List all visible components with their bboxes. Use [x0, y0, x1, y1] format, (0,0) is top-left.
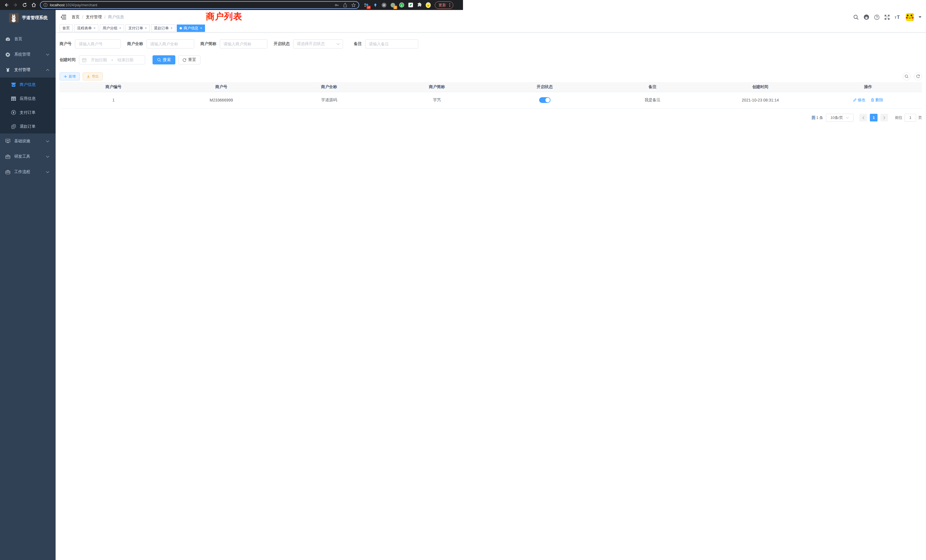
back-icon[interactable]: [2, 1, 10, 9]
sidebar-item-infrastructure[interactable]: 基础设施: [0, 133, 56, 149]
site-info-icon[interactable]: [43, 3, 48, 7]
bookmark-star-icon[interactable]: [351, 3, 356, 8]
extensions-puzzle-icon[interactable]: [417, 3, 422, 8]
filter-merchant-no: 商户号: [60, 39, 121, 48]
dashboard-icon: [5, 37, 10, 41]
filter-form-row-2: 创建时间 - 搜索 重置: [60, 55, 463, 64]
y-extension-icon[interactable]: y: [399, 3, 404, 8]
notes-extension-icon[interactable]: [408, 3, 413, 8]
home-icon[interactable]: [30, 1, 38, 9]
main-area: 商户列表 首页 / 支付管理 / 商户信息 TT: [56, 10, 463, 280]
close-icon[interactable]: ×: [119, 27, 121, 30]
add-button[interactable]: 新增: [60, 73, 80, 80]
yen-icon: ¥: [5, 67, 10, 73]
sidebar-item-workflow[interactable]: 工作流程: [0, 164, 56, 180]
filter-form-row-1: 商户号 商户全称 商户简称 开启状态 请选择开启状态: [60, 39, 463, 48]
reload-icon[interactable]: [21, 1, 29, 9]
tab-label: 商户信息: [184, 26, 198, 31]
command-extension-icon[interactable]: ⌘: [381, 3, 387, 8]
chevron-up-icon: [46, 69, 49, 71]
field-label: 商户号: [60, 41, 71, 47]
table-row: 1 M233666999 芋道源码 芋艿 我是备注 2021-10-23 08:…: [60, 92, 463, 108]
documents-icon: [11, 124, 16, 129]
sidebar-item-label: 研发工具: [14, 154, 46, 159]
column-header: 商户全称: [275, 82, 383, 92]
export-button[interactable]: 导出: [83, 73, 103, 80]
sidebar-item-payment[interactable]: ¥ 支付管理: [0, 62, 56, 77]
sidebar-item-label: 应用信息: [20, 96, 56, 101]
chevron-down-icon: [46, 156, 49, 158]
merchant-no-input[interactable]: [75, 39, 121, 48]
chrome-menu-icon[interactable]: [449, 3, 450, 7]
field-label: 商户全称: [127, 41, 143, 47]
plus-icon: [64, 75, 67, 78]
password-key-icon[interactable]: [334, 3, 339, 8]
grid-icon: [11, 97, 16, 101]
tab-refund-orders[interactable]: 退款订单×: [151, 24, 176, 32]
sidebar-fold-icon[interactable]: [60, 14, 67, 21]
url-bar[interactable]: localhost:1024/pay/merchant: [40, 1, 359, 9]
tab-merchant-info[interactable]: 商户信息×: [177, 24, 205, 32]
extensions-area: 10 ⌘ 1 y: [364, 3, 431, 8]
short-name-input[interactable]: [220, 39, 268, 48]
emoji-avatar-icon[interactable]: [426, 3, 431, 8]
close-icon[interactable]: ×: [145, 27, 147, 30]
page-header: 首页 / 支付管理 / 商户信息 TT: [56, 10, 463, 24]
sidebar-item-payment-orders[interactable]: 支付订单: [0, 106, 56, 120]
export-button-label: 导出: [92, 74, 98, 79]
reset-button[interactable]: 重置: [178, 55, 200, 64]
sidebar-logo[interactable]: 芋道管理系统: [0, 10, 56, 26]
add-button-label: 新增: [69, 74, 76, 79]
tab-label: 支付订单: [128, 26, 143, 31]
url-text[interactable]: localhost:1024/pay/merchant: [50, 3, 332, 7]
sidebar-item-home[interactable]: 首页: [0, 31, 56, 47]
tab-home[interactable]: 首页: [60, 24, 73, 32]
tab-label: 退款订单: [154, 26, 169, 31]
chrome-update-button[interactable]: 更新: [435, 2, 453, 9]
full-name-input[interactable]: [147, 39, 194, 48]
column-header: 商户简称: [383, 82, 463, 92]
filter-short-name: 商户简称: [200, 39, 268, 48]
breadcrumb-payment[interactable]: 支付管理: [86, 15, 102, 20]
tab-payment-orders[interactable]: 支付订单×: [126, 24, 150, 32]
close-icon[interactable]: ×: [200, 27, 202, 30]
page-content: 商户号 商户全称 商户简称 开启状态 请选择开启状态: [56, 39, 463, 122]
breadcrumb-home[interactable]: 首页: [71, 15, 80, 20]
gem-extension-icon[interactable]: [373, 3, 378, 8]
breadcrumb: 首页 / 支付管理 / 商户信息: [71, 15, 124, 20]
tab-user-group[interactable]: 用户分组×: [100, 24, 124, 32]
cell-merchant-id: 1: [60, 92, 167, 108]
tab-manager-extension-icon[interactable]: 10: [364, 3, 369, 8]
sidebar-item-app-info[interactable]: 应用信息: [0, 92, 56, 106]
download-icon: [87, 75, 90, 78]
annotation-merchant-list: 商户列表: [206, 11, 242, 23]
tags-view: 首页 流程表单× 用户分组× 支付订单× 退款订单× 商户信息×: [56, 24, 463, 32]
sidebar-item-merchant-info[interactable]: 商户信息: [0, 77, 56, 92]
chevron-down-icon: [46, 171, 49, 173]
tab-process-form[interactable]: 流程表单×: [74, 24, 98, 32]
sidebar-item-dev-tools[interactable]: 研发工具: [0, 149, 56, 164]
sidebar: 芋道管理系统 首页 系统管理 ¥ 支付管理: [0, 10, 56, 280]
close-icon[interactable]: ×: [94, 27, 95, 30]
sidebar-item-system[interactable]: 系统管理: [0, 47, 56, 62]
status-select[interactable]: 请选择开启状态: [293, 39, 343, 48]
search-button-label: 搜索: [163, 57, 171, 62]
table-header-row: 商户编号 商户号 商户全称 商户简称 开启状态 备注 创建时间 操作: [60, 82, 463, 92]
sidebar-item-refund-orders[interactable]: 退款订单: [0, 120, 56, 133]
sidebar-item-label: 基础设施: [14, 139, 46, 144]
cell-merchant-no: M233666999: [167, 92, 275, 108]
search-button[interactable]: 搜索: [153, 55, 176, 64]
browser-toolbar: localhost:1024/pay/merchant 10 ⌘ 1 y: [0, 0, 463, 10]
column-header: 商户编号: [60, 82, 167, 92]
screen-recorder-extension-icon[interactable]: 1: [390, 3, 395, 8]
remark-input[interactable]: [365, 39, 418, 48]
select-placeholder: 请选择开启状态: [297, 41, 336, 47]
end-date-input[interactable]: [115, 58, 136, 62]
url-host: localhost: [50, 3, 64, 7]
start-date-input[interactable]: [88, 58, 110, 62]
sidebar-item-label: 支付管理: [14, 67, 46, 73]
share-icon[interactable]: [343, 3, 347, 8]
close-icon[interactable]: ×: [171, 27, 172, 30]
forward-icon[interactable]: [11, 1, 20, 9]
date-range-picker[interactable]: -: [79, 55, 145, 64]
